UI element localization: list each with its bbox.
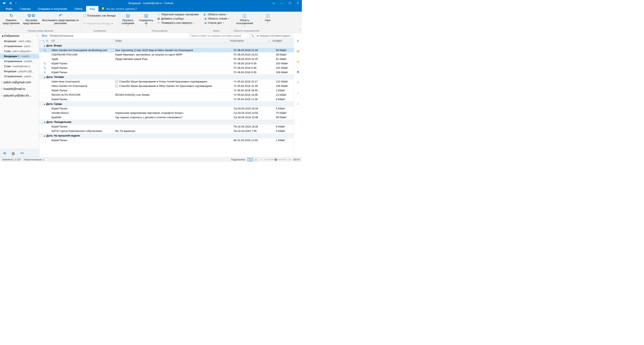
nav-more-icon[interactable]: ••• bbox=[20, 151, 24, 155]
group-header[interactable]: ◢Дата: Среда bbox=[39, 101, 294, 106]
account-header[interactable]: ▷kvadrik@mail.ru bbox=[0, 85, 39, 92]
folder-item[interactable]: Входящие 1 - kvadrik… bbox=[0, 54, 39, 59]
view-settings-button[interactable]: ⚙⚙Настройка представления bbox=[23, 12, 40, 25]
ribbon-group-label: Текущее представление bbox=[2, 29, 79, 32]
reading-pane-button[interactable]: ▯▮Область чтения ▾ bbox=[203, 17, 230, 20]
message-row[interactable]: 📎 Юрий Палюх Пт 06.04.2018 9:39 102 Кбай… bbox=[39, 66, 294, 70]
ribbon-group-label: Макет bbox=[203, 29, 230, 32]
view-reading-button[interactable]: ▭ bbox=[253, 158, 258, 161]
folder-item[interactable]: Спам - kvadrik@mail.ru bbox=[0, 64, 39, 69]
reverse-sort-button[interactable]: ↑↓Обратный порядок сортировки bbox=[156, 12, 200, 16]
message-row[interactable]: Юрий Палюх Чт 05.04.2018 11:36 6 Кбайт bbox=[39, 97, 294, 101]
show-as-conversations-checkbox[interactable]: Показывать как беседы bbox=[82, 14, 116, 17]
maximize-button[interactable]: ❐ bbox=[286, 0, 294, 6]
message-row[interactable]: Юрий Палюх Ср 04.04.2018 19:44 5 Кбайт bbox=[39, 106, 294, 111]
message-row[interactable]: КОГКУ Центр Комплексного обеспечения Re:… bbox=[39, 129, 294, 133]
calendar-badge-icon: ✓ bbox=[115, 85, 118, 87]
folder-item[interactable]: Отправленные - kvadrik… bbox=[0, 59, 39, 64]
message-row[interactable]: Apple Представляем новый iPad. Пт 06.04.… bbox=[39, 57, 294, 61]
arrow-down-icon[interactable]: ↓ bbox=[297, 101, 299, 106]
zoom-slider[interactable] bbox=[265, 159, 287, 160]
envelope-open-icon[interactable]: ✉ bbox=[296, 49, 300, 54]
folder-item[interactable]: Отправленные - paluh… bbox=[0, 44, 39, 49]
status-item-count: Элементы: 3 157 bbox=[2, 158, 21, 161]
search-input[interactable] bbox=[190, 33, 250, 38]
favorites-header[interactable]: ◢Избранное◂ bbox=[0, 33, 39, 39]
column-headers: !🗋📎 ОТ ТЕМА ПОЛУЧЕНО▾ РАЗМЕР bbox=[39, 39, 294, 43]
group-header[interactable]: ◢Дата: Понедельник bbox=[39, 120, 294, 124]
col-subject[interactable]: ТЕМА bbox=[114, 39, 229, 43]
message-row[interactable]: Бумбэйт Где хорошо отдохнуть с детьми и … bbox=[39, 115, 294, 120]
folder-item[interactable]: Входящие - palyukh.yi@… bbox=[0, 69, 39, 74]
people-pane-button[interactable]: ◫Область пользователей ▾ bbox=[234, 12, 256, 27]
action-strip: ✕ ✉ ✉ ⚑ ⚐ ↑ ↓ bbox=[294, 33, 302, 157]
arrow-up-icon[interactable]: ↑ bbox=[297, 91, 299, 95]
tell-me-search[interactable]: 💡 Что вы хотите сделать? bbox=[98, 6, 140, 12]
message-row[interactable]: СБЕРБАНК РОССИИ Юрий Иванович, автомобил… bbox=[39, 52, 294, 57]
folder-item[interactable]: Входящие - paluh.ui@g… bbox=[0, 39, 39, 44]
message-row[interactable]: Юрий Палюх Пн 02.04.2018 18:26 6 Кбайт bbox=[39, 124, 294, 129]
change-view-button[interactable]: ↻Изменить представление ▾ bbox=[2, 12, 21, 27]
flag-outline-icon[interactable]: ⚐ bbox=[296, 81, 300, 85]
expand-collapse-button[interactable]: +−Развернуть или свернуть ▾ bbox=[156, 21, 200, 25]
message-row[interactable]: Hotel Alsey Krasnoyarsk ✓Спасибо! Ваше б… bbox=[39, 79, 294, 84]
close-button[interactable]: ✕ bbox=[294, 0, 302, 6]
envelope-icon[interactable]: ✉ bbox=[296, 60, 300, 64]
message-row[interactable]: Hilton Garden Inn Krasnoyarsk ✓Спасибо! … bbox=[39, 84, 294, 88]
group-header[interactable]: ◢Дата: На прошлой неделе bbox=[39, 133, 294, 138]
message-row[interactable]: Aeroflot Bonus Апрельские предложения па… bbox=[39, 111, 294, 115]
collapse-ribbon-button[interactable]: ⌃ bbox=[299, 29, 301, 32]
zoom-level: 100 % bbox=[293, 158, 300, 161]
message-row[interactable]: ŠKODA AUTO РОССИЯ ŠKODA KODIAQ стал ближ… bbox=[39, 93, 294, 97]
window-button[interactable]: ◫Окно▾ bbox=[263, 12, 273, 24]
todo-bar-button[interactable]: ▯▮Список дел ▾ bbox=[203, 21, 230, 25]
tab-view[interactable]: Вид bbox=[86, 6, 98, 12]
tab-send-receive[interactable]: Отправка и получение bbox=[34, 6, 71, 12]
flag-icon[interactable]: ⚑ bbox=[296, 70, 300, 75]
zoom-out-button[interactable]: − bbox=[261, 158, 262, 161]
add-columns-button[interactable]: ▦Добавить столбцы bbox=[156, 17, 200, 20]
calendar-nav-icon[interactable]: ▦ bbox=[12, 151, 15, 156]
window-title: Входящие - kvadrik@mail.ru - Outlook bbox=[128, 1, 174, 5]
message-row[interactable]: 📎 Hilton Garden Inn Krasnoyarsk via Book… bbox=[39, 48, 294, 52]
search-button[interactable]: 🔍 bbox=[250, 33, 256, 38]
col-size[interactable]: РАЗМЕР bbox=[271, 39, 290, 43]
message-row[interactable]: 📎 Юрий Палюх Пт 06.04.2018 9:39 109 Кбай… bbox=[39, 70, 294, 75]
qat-send-receive-icon[interactable]: 📨 bbox=[2, 1, 6, 5]
mail-nav-icon[interactable]: ✉ bbox=[3, 151, 6, 156]
col-received[interactable]: ПОЛУЧЕНО▾ bbox=[229, 39, 271, 43]
filter-bar: Все Непрочитанные 🔍 из текущего почтовог… bbox=[39, 33, 294, 39]
zoom-in-button[interactable]: + bbox=[289, 158, 290, 161]
account-header[interactable]: ▷palyukh.yi@ako.kir… bbox=[0, 92, 39, 99]
qat-print-icon[interactable]: 🖶 bbox=[9, 1, 12, 5]
folder-item[interactable]: Отправленные - palyuk… bbox=[0, 74, 39, 79]
folder-item[interactable]: Спам - paluh.ui@gmail.c… bbox=[0, 49, 39, 54]
filter-all[interactable]: Все bbox=[40, 34, 48, 37]
qat-dropdown-icon[interactable]: ▾ bbox=[16, 2, 16, 4]
reset-view-button[interactable]: ↶Восстановить представление по умолчанию bbox=[42, 12, 79, 25]
tab-folder[interactable]: Папка bbox=[71, 6, 86, 12]
search-scope-dropdown[interactable]: из текущего почтового ящика▾ bbox=[256, 33, 292, 38]
message-preview-button[interactable]: ▤Просмотр сообщения ▾ bbox=[120, 12, 136, 27]
tab-home[interactable]: Главная bbox=[16, 6, 34, 12]
group-header[interactable]: ◢Дата: Вчера bbox=[39, 43, 294, 48]
icon-columns[interactable]: !🗋📎 bbox=[39, 39, 50, 43]
tab-file[interactable]: Файл bbox=[2, 6, 16, 12]
window-icon: ◫ bbox=[264, 13, 271, 18]
folder-pane-button[interactable]: ▮▯Область папок ▾ bbox=[203, 12, 230, 16]
view-normal-button[interactable]: ▯ bbox=[248, 158, 253, 161]
minimize-button[interactable]: — bbox=[278, 0, 286, 6]
message-list[interactable]: ◢Дата: Вчера 📎 Hilton Garden Inn Krasnoy… bbox=[39, 43, 294, 157]
close-icon[interactable]: ✕ bbox=[296, 39, 300, 43]
ribbon-display-options-icon[interactable]: ▭ bbox=[270, 0, 278, 6]
message-row[interactable]: Юрий Палюх Вс 01.04.2018 12:44 1 Кбайт bbox=[39, 138, 294, 143]
nav-bar: ✉ ▦ ••• bbox=[0, 149, 39, 157]
arrange-by-button[interactable]: ▥Упорядочить по ▾ bbox=[138, 12, 154, 27]
message-row[interactable]: Юрий Палюх Чт 05.04.2018 18:45 2 Кбайт bbox=[39, 88, 294, 93]
group-header[interactable]: ◢Дата: Четверг bbox=[39, 75, 294, 79]
account-header[interactable]: ▷paluh.ui@gmail.com bbox=[0, 79, 39, 85]
filter-unread[interactable]: Непрочитанные bbox=[48, 34, 75, 37]
col-from[interactable]: ОТ bbox=[50, 39, 114, 43]
pane-icon: ▮▯ bbox=[204, 13, 206, 16]
message-row[interactable]: 📎 Юрий Палюх Пт 06.04.2018 9:39 103 Кбай… bbox=[39, 61, 294, 66]
